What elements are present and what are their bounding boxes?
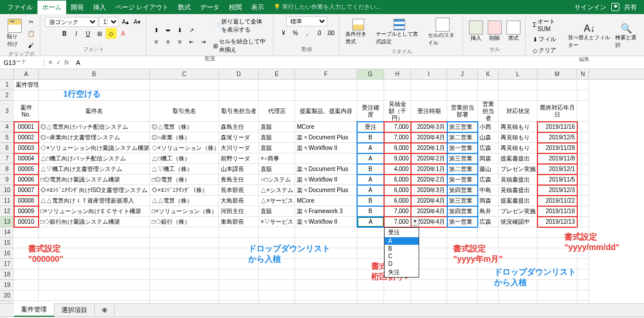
cell-no[interactable]: 00007 <box>14 185 39 196</box>
cell[interactable] <box>150 80 219 90</box>
cell[interactable] <box>14 259 39 269</box>
cell-prob[interactable]: A <box>357 175 384 185</box>
cell-contact[interactable]: 東島部長 <box>219 217 259 227</box>
cell[interactable] <box>577 217 589 227</box>
cell-no[interactable]: 00002 <box>14 132 39 143</box>
cell[interactable] <box>499 90 537 101</box>
cell-date[interactable]: 2019/12/5 <box>537 132 577 143</box>
cell[interactable] <box>357 259 384 269</box>
cell[interactable] <box>447 90 478 101</box>
cell-prod[interactable]: MCore <box>295 196 357 206</box>
cell-prod[interactable]: MCore <box>295 122 357 132</box>
cell-contact[interactable]: 山本課長 <box>219 164 259 175</box>
cell[interactable] <box>39 280 150 290</box>
col-header-E[interactable]: E <box>259 69 295 79</box>
cell[interactable] <box>150 280 219 290</box>
comma-button[interactable]: , <box>302 28 312 38</box>
cell[interactable] <box>577 101 589 122</box>
autosum-button[interactable]: Σ オート SUM <box>530 16 564 33</box>
cell[interactable] <box>259 280 295 290</box>
cell[interactable] <box>478 280 499 290</box>
cell[interactable] <box>478 301 499 303</box>
delete-cells-button[interactable]: 削除 <box>487 19 503 43</box>
cell-date[interactable]: 2019/11/18 <box>537 206 577 217</box>
cell[interactable] <box>14 90 39 101</box>
select-all-corner[interactable] <box>0 69 14 79</box>
cell-status[interactable]: プレゼン実施 <box>499 164 537 175</box>
cell-styles-button[interactable]: セルのスタイル <box>427 16 459 48</box>
cell[interactable] <box>577 153 589 164</box>
cell[interactable] <box>295 269 357 280</box>
cell[interactable] <box>478 90 499 101</box>
dropdown-item[interactable]: A <box>385 237 419 245</box>
cell[interactable] <box>577 175 589 185</box>
cell-prob[interactable]: A <box>357 153 384 164</box>
cell-prod[interactable]: 楽々Workflow II <box>295 143 357 153</box>
cell[interactable] <box>150 90 219 101</box>
row-header[interactable]: 1 <box>0 80 14 90</box>
header-cell[interactable]: 受注時期 <box>411 101 447 122</box>
cell[interactable] <box>499 259 537 269</box>
cell-rep[interactable]: 島井 <box>478 206 499 217</box>
cell[interactable] <box>219 280 259 290</box>
cell[interactable] <box>219 238 259 248</box>
cell[interactable] <box>357 301 384 303</box>
header-cell[interactable]: 営業担当部署 <box>447 101 478 122</box>
cell-prod[interactable]: 楽々Framework 3 <box>295 206 357 217</box>
cell-amt[interactable]: 6,000 <box>384 175 411 185</box>
cell-dept[interactable]: 第三営業 <box>447 196 478 206</box>
cell[interactable] <box>39 269 150 280</box>
cell[interactable] <box>499 248 537 259</box>
header-cell[interactable]: 見積金額（千円） <box>384 101 411 122</box>
cell[interactable] <box>295 80 357 90</box>
cell-status[interactable]: プレゼン実施 <box>499 206 537 217</box>
cell-date[interactable]: 2019/11/16 <box>537 122 577 132</box>
cell[interactable] <box>537 90 577 101</box>
cell[interactable] <box>259 301 295 303</box>
cell[interactable] <box>259 290 295 301</box>
cell-status[interactable]: 再見積もり <box>499 132 537 143</box>
cell-dept[interactable]: 第二営業 <box>447 164 478 175</box>
cell-amt[interactable]: 4,000 <box>384 164 411 175</box>
cell-amt[interactable]: 7,000 <box>384 122 411 132</box>
row-header[interactable]: 18 <box>0 269 14 280</box>
orientation-button[interactable]: ↗ <box>186 25 197 35</box>
cell[interactable] <box>295 280 357 290</box>
cells-grid[interactable]: 案件管理 案件No. 案件名 取引先名 取引先担当者 代理店 提案製品、提案内容… <box>14 80 644 303</box>
cell-no[interactable]: 00010 <box>14 217 39 227</box>
format-cells-button[interactable]: 書式 <box>505 19 522 43</box>
align-middle-button[interactable]: ⬌ <box>163 25 173 35</box>
col-header-C[interactable]: C <box>150 69 219 79</box>
cell[interactable] <box>577 301 589 303</box>
cell-date[interactable]: 2019/12/13 <box>537 217 577 227</box>
cell-cust[interactable]: □◇銀行（株） <box>150 217 219 227</box>
cell[interactable] <box>577 269 589 280</box>
align-right-button[interactable]: ≡ <box>174 36 185 47</box>
cell[interactable] <box>357 248 384 259</box>
cell[interactable] <box>39 301 150 303</box>
cell[interactable] <box>295 238 357 248</box>
font-family-select[interactable]: 游ゴシック <box>45 17 98 27</box>
cell-no[interactable]: 00001 <box>14 122 39 132</box>
cell[interactable] <box>537 80 577 90</box>
cell[interactable] <box>384 290 411 301</box>
decrease-decimal-button[interactable]: .00 <box>325 28 335 38</box>
cell-cust[interactable]: □×ソリューション（株） <box>150 206 219 217</box>
cell-agent[interactable]: 直販 <box>259 143 295 153</box>
indent-decrease-button[interactable]: ⇤ <box>186 36 197 47</box>
cell-status[interactable]: 再見積もり <box>499 122 537 132</box>
cell[interactable] <box>39 259 150 269</box>
cell[interactable] <box>295 290 357 301</box>
cell[interactable] <box>219 269 259 280</box>
cell-agent[interactable]: 直販 <box>259 164 295 175</box>
fill-color-button[interactable]: ◇ <box>106 28 117 39</box>
cell[interactable] <box>39 248 150 259</box>
indent-increase-button[interactable]: ⇥ <box>198 36 208 47</box>
cell[interactable] <box>14 238 39 248</box>
find-select-button[interactable]: 🔍検索と選択 <box>614 22 638 50</box>
cell[interactable] <box>577 122 589 132</box>
cell-prob[interactable]: B <box>357 196 384 206</box>
col-header-J[interactable]: J <box>447 69 478 79</box>
col-header-N[interactable]: N <box>577 69 589 79</box>
tab-page-layout[interactable]: ページ レイアウト <box>111 1 173 14</box>
